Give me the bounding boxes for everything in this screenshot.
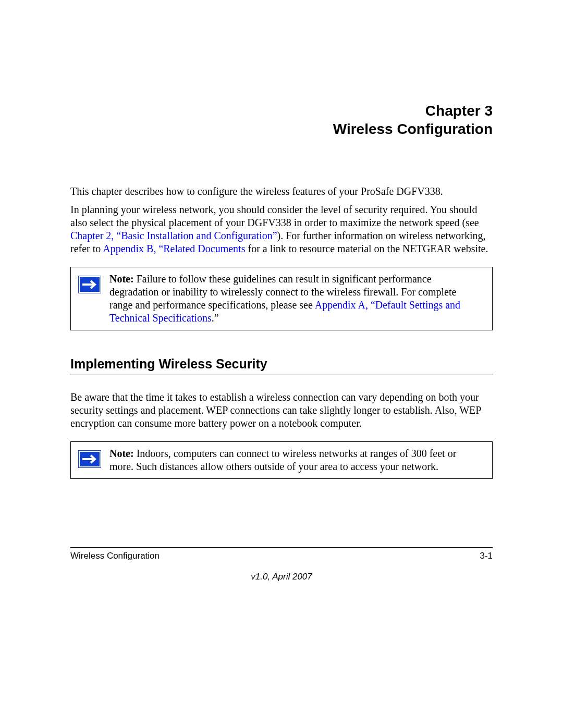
note-2-text: Note: Indoors, computers can connect to … — [107, 447, 481, 473]
footer-row: Wireless Configuration 3-1 — [70, 551, 493, 561]
page-footer: Wireless Configuration 3-1 v1.0, April 2… — [70, 547, 493, 582]
note-1-text: Note: Failure to follow these guidelines… — [107, 273, 481, 325]
note-1-label: Note: — [109, 273, 134, 285]
chapter-title: Wireless Configuration — [70, 120, 493, 138]
intro-paragraph-1: This chapter describes how to configure … — [70, 185, 493, 198]
intro-paragraph-2: In planning your wireless network, you s… — [70, 203, 493, 255]
note-2-label: Note: — [109, 448, 134, 459]
note-box-2: Note: Indoors, computers can connect to … — [70, 441, 493, 479]
note-box-1: Note: Failure to follow these guidelines… — [70, 267, 493, 330]
footer-rule — [70, 547, 493, 548]
link-appendix-b[interactable]: Appendix B, “Related Documents — [103, 243, 245, 254]
link-chapter-2[interactable]: Chapter 2, “Basic Installation and Confi… — [70, 230, 277, 241]
chapter-number: Chapter 3 — [70, 102, 493, 120]
footer-page-number: 3-1 — [480, 551, 493, 561]
footer-left: Wireless Configuration — [70, 551, 160, 561]
intro-p2-part-c: for a link to resource material on the N… — [245, 243, 488, 254]
arrow-right-icon — [78, 450, 101, 468]
intro-p2-part-a: In planning your wireless network, you s… — [70, 204, 479, 228]
note-2-body: Indoors, computers can connect to wirele… — [109, 448, 456, 472]
footer-version: v1.0, April 2007 — [70, 572, 493, 582]
chapter-heading: Chapter 3 Wireless Configuration — [70, 102, 493, 138]
note-1-body-b: .” — [212, 312, 219, 324]
page: Chapter 3 Wireless Configuration This ch… — [0, 0, 563, 728]
section-paragraph-1: Be aware that the time it takes to estab… — [70, 391, 493, 430]
arrow-right-icon — [78, 276, 101, 293]
section-heading: Implementing Wireless Security — [70, 356, 493, 375]
